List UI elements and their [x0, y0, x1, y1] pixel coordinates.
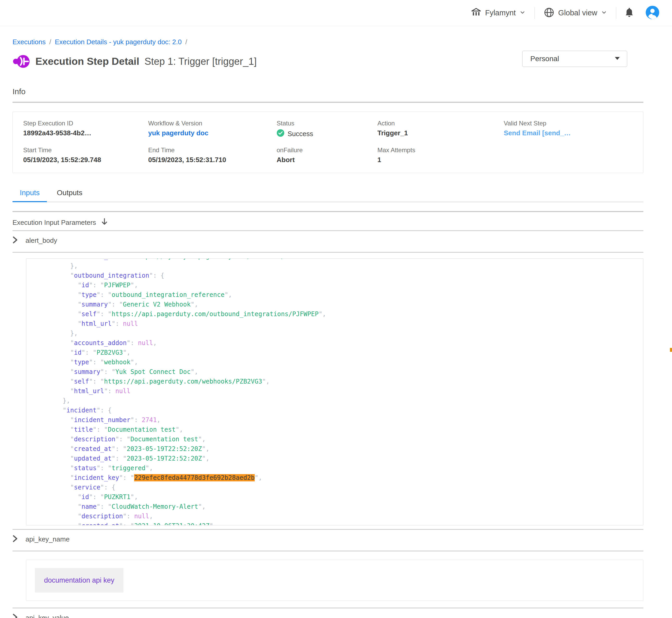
param-name: api_key_name [25, 535, 70, 543]
code-token: ": " [111, 455, 127, 462]
info-field-value: 1 [377, 156, 504, 164]
code-token: html_url [82, 320, 112, 327]
code-token: ": " [108, 301, 123, 308]
code-token: " [32, 493, 82, 501]
code-token: 2741 [142, 416, 157, 424]
notifications-button[interactable] [619, 7, 640, 18]
code-token: ", [202, 455, 209, 462]
code-token: " [32, 272, 74, 279]
code-line: "incident_number": 2741, [32, 415, 643, 425]
download-arrow-icon[interactable] [101, 218, 108, 227]
scrollbar-highlight-marker[interactable] [670, 348, 672, 352]
code-token: ": " [89, 358, 104, 366]
tab-outputs[interactable]: Outputs [50, 189, 90, 202]
code-token: type [74, 358, 89, 366]
code-line: }, [32, 261, 643, 271]
api-key-name-value-box: documentation api key [26, 560, 643, 601]
code-line: }, [32, 329, 643, 338]
info-field-value[interactable]: Send Email [send_… [504, 129, 643, 137]
code-token: summary [74, 368, 100, 376]
code-token: service [74, 484, 100, 491]
code-token: ": " [89, 378, 104, 385]
code-token: ": " [119, 259, 134, 260]
user-avatar[interactable] [640, 5, 665, 20]
breadcrumb-link[interactable]: Executions [12, 38, 46, 46]
code-token: ": " [111, 445, 127, 452]
code-token: description [74, 436, 115, 443]
bank-icon [471, 8, 481, 18]
scope-select[interactable]: Personal [522, 51, 627, 67]
info-field: Step Execution ID18992a43-9538-4b2… [23, 120, 148, 139]
code-token: outbound_integration [74, 272, 149, 279]
avatar-icon [646, 5, 660, 20]
code-token: " [32, 378, 74, 385]
breadcrumb-link[interactable]: Execution Details - yuk pagerduty doc: 2… [55, 38, 181, 46]
code-token: " [32, 339, 74, 346]
code-token: incident [66, 407, 97, 414]
code-token: null [123, 320, 138, 327]
code-token: summary [82, 301, 108, 308]
topbar: Fylamynt Global view [0, 0, 672, 26]
api-key-name-chip[interactable]: documentation api key [35, 568, 123, 593]
code-token: status [74, 465, 97, 472]
code-token: " [32, 503, 82, 510]
info-field-value[interactable]: yuk pagerduty doc [148, 129, 277, 137]
code-line: "html_url": null [32, 386, 643, 396]
info-card: Step Execution ID18992a43-9538-4b2…Workf… [12, 112, 643, 173]
code-line: "title": "Documentation test", [32, 425, 643, 434]
param-row-alert-body[interactable]: alert_body [12, 231, 643, 250]
view-switcher[interactable]: Global view [537, 7, 613, 19]
info-field: ActionTrigger_1 [377, 120, 504, 139]
code-token: Documentation test [131, 436, 198, 443]
code-line: "created_at": "2023-05-19T22:52:20Z", [32, 444, 643, 454]
code-token: }, [32, 397, 70, 404]
row-divider [12, 252, 643, 253]
code-token: " [32, 522, 82, 525]
code-token: ": [131, 416, 142, 424]
info-field-value: Abort [277, 156, 377, 164]
code-line: "name": "CloudWatch-Memory-Alert", [32, 502, 643, 512]
org-switcher[interactable]: Fylamynt [465, 8, 532, 18]
code-token: " [32, 513, 82, 520]
code-token: ", [198, 436, 206, 443]
code-token: , [149, 513, 153, 520]
page: Fylamynt Global view E [0, 0, 672, 618]
code-token: ", [202, 445, 209, 452]
highlighted-text: 229efec8feda44778d3fe692b28aed2b [134, 474, 254, 481]
info-field: Start Time05/19/2023, 15:52:29.748 [23, 146, 148, 164]
code-token: ": " [100, 368, 115, 376]
breadcrumb-separator: / [49, 38, 51, 46]
code-token: " [32, 282, 82, 289]
code-token: incident_key [74, 474, 119, 481]
code-token: ", [123, 349, 131, 356]
code-line: "type": "webhook", [32, 357, 643, 367]
chevron-right-icon [12, 614, 18, 618]
params-section-title: Execution Input Parameters [12, 219, 96, 227]
info-field-value: 05/19/2023, 15:52:29.748 [23, 156, 148, 164]
code-token: updated_at [74, 455, 112, 462]
code-token: ": " [89, 493, 104, 501]
info-field-value: 18992a43-9538-4b2… [23, 129, 148, 137]
tab-inputs[interactable]: Inputs [12, 189, 47, 202]
info-field: Workflow & Versionyuk pagerduty doc [148, 120, 277, 139]
param-row-api-key-name[interactable]: api_key_name [12, 530, 643, 548]
code-token: " [32, 426, 74, 433]
info-field-value: Success [277, 129, 377, 139]
code-token: id [82, 282, 89, 289]
code-token: 2021-10-06T21:30:42Z [134, 522, 209, 525]
code-line: "outbound_integration": { [32, 271, 643, 281]
code-token: ", [225, 291, 232, 298]
param-row-api-key-value[interactable]: api_key_value [12, 608, 643, 618]
code-token: ": { [97, 407, 112, 414]
code-token: ", [131, 358, 138, 366]
code-token: accounts_addon [74, 339, 127, 346]
code-token: ": " [97, 291, 112, 298]
section-divider [12, 211, 643, 212]
alert-body-code-block[interactable]: "html_url": "https://fylamynt.pagerduty.… [26, 259, 643, 525]
code-token: ": " [93, 426, 108, 433]
code-token: 2023-05-19T22:52:20Z [127, 445, 202, 452]
code-token: https://api.pagerduty.com/outbound_integ… [111, 310, 319, 318]
code-token: " [32, 388, 74, 395]
code-token: null [134, 513, 149, 520]
code-line: "html_url": "https://fylamynt.pagerduty.… [32, 259, 643, 261]
